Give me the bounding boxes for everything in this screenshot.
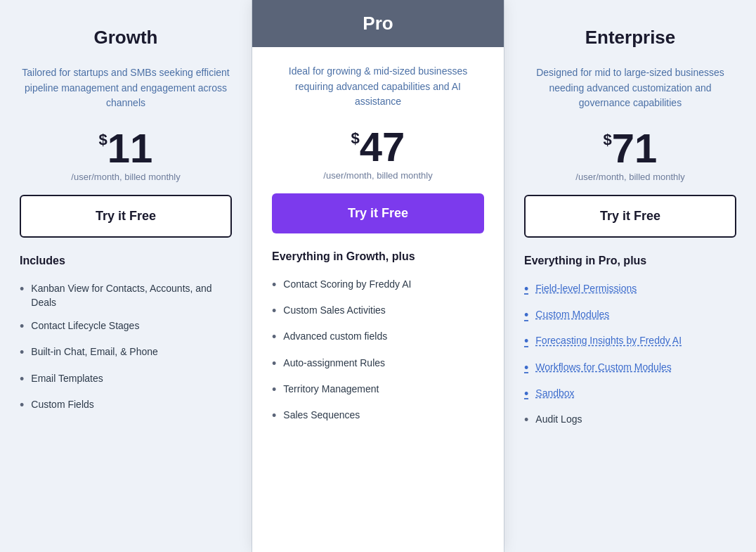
price-amount: $47: [351, 127, 405, 167]
growth-cta-button[interactable]: Try it Free: [20, 195, 232, 238]
plan-col-pro: ProIdeal for growing & mid-sized busines…: [252, 0, 504, 552]
plan-description: Tailored for startups and SMBs seeking e…: [20, 60, 232, 122]
feature-item: Contact Scoring by Freddy AI: [272, 273, 484, 299]
feature-item: Email Templates: [20, 367, 232, 393]
features-list: Kanban View for Contacts, Accounts, and …: [20, 277, 232, 419]
feature-item: Territory Management: [272, 378, 484, 404]
features-list: Contact Scoring by Freddy AICustom Sales…: [272, 273, 484, 430]
price-amount: $71: [604, 128, 658, 169]
plan-col-enterprise: EnterpriseDesigned for mid to large-size…: [504, 0, 756, 552]
feature-item: Advanced custom fields: [272, 325, 484, 351]
price-dollar-sign: $: [351, 131, 360, 146]
feature-item[interactable]: Sandbox: [524, 382, 736, 408]
feature-item: Auto-assignment Rules: [272, 352, 484, 378]
feature-item: Audit Logs: [524, 408, 736, 434]
price-block: $71/user/month, billed monthly: [524, 128, 736, 182]
price-period: /user/month, billed monthly: [272, 170, 484, 181]
price-number: 71: [612, 128, 658, 169]
feature-item[interactable]: Field-level Permissions: [524, 277, 736, 303]
price-block: $11/user/month, billed monthly: [20, 128, 232, 182]
growth-plan-header: Growth: [20, 20, 232, 60]
pricing-container: GrowthTailored for startups and SMBs see…: [0, 0, 756, 552]
price-block: $47/user/month, billed monthly: [272, 127, 484, 181]
price-dollar-sign: $: [604, 132, 612, 148]
includes-label: Everything in Growth, plus: [272, 250, 484, 263]
price-number: 11: [107, 128, 153, 169]
price-dollar-sign: $: [99, 132, 107, 148]
includes-label: Includes: [20, 255, 232, 267]
price-amount: $11: [99, 128, 153, 169]
feature-item[interactable]: Workflows for Custom Modules: [524, 356, 736, 382]
plan-col-growth: GrowthTailored for startups and SMBs see…: [0, 0, 252, 552]
feature-item[interactable]: Custom Modules: [524, 303, 736, 329]
feature-item: Sales Sequences: [272, 404, 484, 430]
feature-item: Custom Fields: [20, 393, 232, 419]
plan-name: Growth: [20, 27, 232, 49]
plan-description: Ideal for growing & mid-sized businesses…: [272, 58, 484, 121]
pro-cta-button[interactable]: Try it Free: [272, 193, 484, 233]
feature-item: Custom Sales Activities: [272, 299, 484, 325]
feature-item: Kanban View for Contacts, Accounts, and …: [20, 277, 232, 314]
price-number: 47: [360, 127, 405, 167]
enterprise-cta-button[interactable]: Try it Free: [524, 195, 736, 238]
price-period: /user/month, billed monthly: [20, 172, 232, 182]
enterprise-plan-header: Enterprise: [524, 20, 736, 60]
pro-plan-header: Pro: [252, 0, 504, 47]
feature-item: Contact Lifecycle Stages: [20, 314, 232, 340]
includes-label: Everything in Pro, plus: [524, 255, 736, 267]
plan-name: Pro: [272, 13, 484, 34]
price-period: /user/month, billed monthly: [524, 172, 736, 182]
feature-item: Built-in Chat, Email, & Phone: [20, 340, 232, 366]
plan-description: Designed for mid to large-sized business…: [524, 60, 736, 122]
features-list: Field-level PermissionsCustom ModulesFor…: [524, 277, 736, 434]
plan-name: Enterprise: [524, 27, 736, 49]
feature-item[interactable]: Forecasting Insights by Freddy AI: [524, 329, 736, 355]
